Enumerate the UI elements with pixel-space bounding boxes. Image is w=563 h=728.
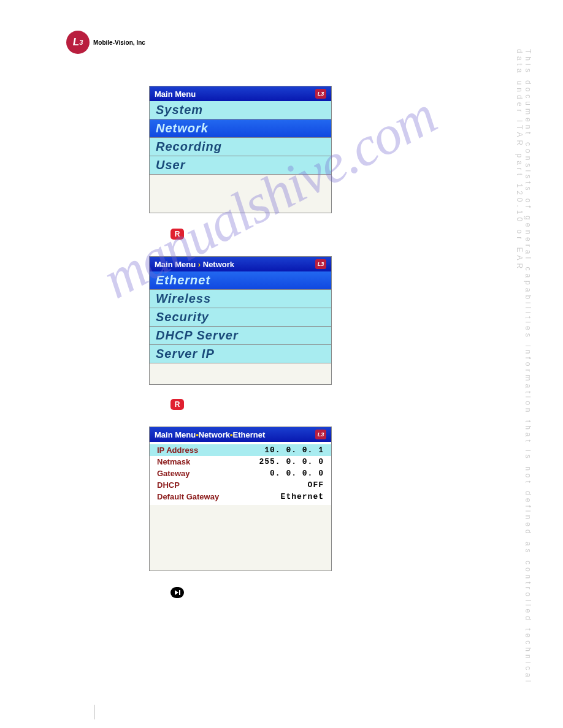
- main-menu-titlebar: Main Menu L3: [150, 86, 331, 101]
- breadcrumb-part: Main Menu: [155, 260, 196, 269]
- network-menu-titlebar: Main Menu › Network L3: [150, 257, 331, 271]
- menu-item-wireless[interactable]: Wireless: [150, 290, 331, 308]
- setting-netmask[interactable]: Netmask 255. 0. 0. 0: [150, 456, 331, 468]
- menu-item-server-ip[interactable]: Server IP: [150, 345, 331, 363]
- setting-value: 0. 0. 0. 0: [270, 469, 324, 478]
- setting-label: IP Address: [157, 446, 198, 455]
- main-menu-title: Main Menu: [155, 89, 196, 99]
- ethernet-settings-window: Main Menu•Network•Ethernet L3 IP Address…: [149, 427, 332, 571]
- setting-label: Netmask: [157, 457, 190, 466]
- page-divider: [94, 705, 94, 719]
- breadcrumb-part: Ethernet: [233, 430, 266, 439]
- play-pause-button-icon[interactable]: [170, 587, 184, 598]
- ethernet-settings-list: IP Address 10. 0. 0. 1 Netmask 255. 0. 0…: [150, 442, 331, 505]
- setting-value: 10. 0. 0. 1: [264, 446, 324, 455]
- setting-gateway[interactable]: Gateway 0. 0. 0. 0: [150, 468, 331, 479]
- r-button-icon[interactable]: R: [170, 399, 184, 410]
- ethernet-breadcrumb: Main Menu•Network•Ethernet: [155, 430, 265, 439]
- r-button-icon[interactable]: R: [170, 229, 184, 240]
- setting-label: Default Gateway: [157, 492, 219, 501]
- l3-titlebar-icon: L3: [315, 259, 326, 269]
- l3-logo-icon: L3: [66, 31, 90, 54]
- itar-disclaimer: This document consists of general capabi…: [515, 49, 532, 711]
- ethernet-titlebar: Main Menu•Network•Ethernet L3: [150, 427, 331, 442]
- menu-item-recording[interactable]: Recording: [150, 138, 331, 156]
- network-breadcrumb: Main Menu › Network: [155, 260, 234, 269]
- menu-item-security[interactable]: Security: [150, 308, 331, 327]
- l3-titlebar-icon: L3: [315, 430, 326, 439]
- menu-item-dhcp-server[interactable]: DHCP Server: [150, 327, 331, 345]
- setting-label: Gateway: [157, 469, 190, 478]
- setting-ip-address[interactable]: IP Address 10. 0. 0. 1: [150, 444, 331, 456]
- company-logo-header: L3 Mobile-Vision, Inc: [66, 31, 145, 54]
- breadcrumb-part: Network: [199, 430, 230, 439]
- breadcrumb-part: Main Menu: [155, 430, 196, 439]
- setting-value: OFF: [308, 480, 324, 490]
- setting-dhcp[interactable]: DHCP OFF: [150, 479, 331, 491]
- setting-value: 255. 0. 0. 0: [259, 457, 324, 466]
- menu-item-system[interactable]: System: [150, 101, 331, 119]
- menu-item-network[interactable]: Network: [150, 119, 331, 138]
- main-menu-window: Main Menu L3 System Network Recording Us…: [149, 86, 332, 213]
- setting-value: Ethernet: [281, 492, 324, 501]
- company-name: Mobile-Vision, Inc: [93, 39, 145, 46]
- breadcrumb-part: Network: [203, 260, 234, 269]
- chevron-right-icon: ›: [198, 260, 203, 269]
- setting-default-gateway[interactable]: Default Gateway Ethernet: [150, 491, 331, 502]
- menu-item-ethernet[interactable]: Ethernet: [150, 271, 331, 290]
- menu-item-user[interactable]: User: [150, 156, 331, 175]
- l3-titlebar-icon: L3: [315, 89, 326, 99]
- setting-label: DHCP: [157, 480, 180, 490]
- network-menu-window: Main Menu › Network L3 Ethernet Wireless…: [149, 256, 332, 385]
